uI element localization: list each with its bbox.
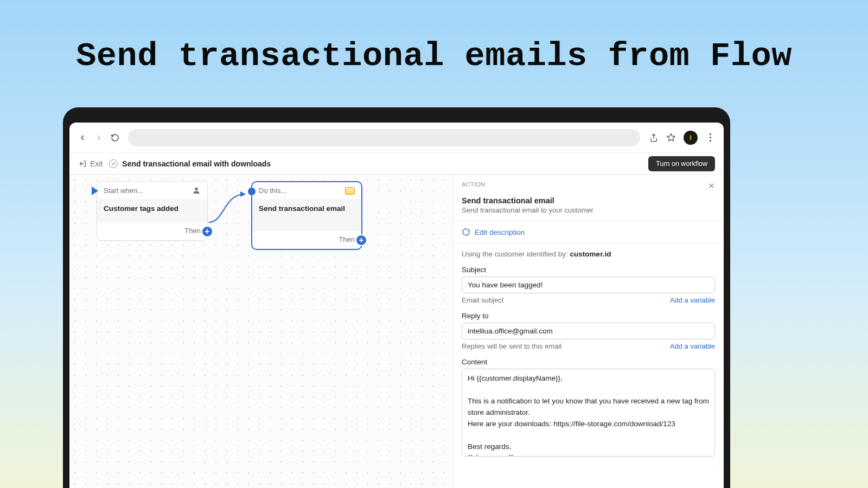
action-header-label: Do this... <box>259 187 286 195</box>
workflow-title: Send transactional email with downloads <box>122 159 271 168</box>
reload-icon[interactable] <box>111 133 119 142</box>
browser-menu-icon[interactable] <box>705 133 715 142</box>
customer-icon <box>192 186 201 195</box>
action-input-anchor-icon <box>248 188 256 195</box>
panel-subtitle: Send transactional email to your custome… <box>462 206 715 214</box>
subject-add-variable-link[interactable]: Add a variable <box>670 296 715 304</box>
subject-label: Subject <box>462 266 715 274</box>
action-card[interactable]: Do this... Send transactional email Then… <box>251 181 362 250</box>
replyto-input[interactable] <box>462 323 715 339</box>
svg-point-0 <box>195 188 197 190</box>
edit-description-button[interactable]: Edit description <box>462 228 715 236</box>
using-customer-line: Using the customer identified by: custom… <box>462 250 715 258</box>
workflow-title-wrap[interactable]: Send transactional email with downloads <box>109 159 271 168</box>
panel-section-label: ACTION <box>462 181 485 188</box>
content-label: Content <box>462 358 715 366</box>
screen: i Exit Send transactional email with dow… <box>69 123 724 488</box>
trigger-title: Customer tags added <box>97 199 207 222</box>
subject-input[interactable] <box>462 277 715 293</box>
content-textarea[interactable] <box>462 369 715 457</box>
close-panel-icon[interactable]: ✕ <box>708 181 715 191</box>
subject-help: Email subject <box>462 296 503 304</box>
exit-label: Exit <box>90 159 103 168</box>
flow-canvas[interactable]: Start when... Customer tags added Then + <box>69 175 452 488</box>
hero-title: Send transactional emails from Flow <box>0 0 868 75</box>
trigger-card[interactable]: Start when... Customer tags added Then + <box>97 181 208 241</box>
replyto-help: Replies will be sent to this email <box>462 342 561 350</box>
back-icon[interactable] <box>78 133 87 142</box>
flow-connector <box>208 190 246 228</box>
share-icon[interactable] <box>649 133 659 143</box>
url-bar[interactable] <box>128 129 640 146</box>
trigger-then-label: Then <box>184 227 201 235</box>
bookmark-star-icon[interactable] <box>666 133 676 143</box>
turn-on-workflow-button[interactable]: Turn on workflow <box>648 156 715 171</box>
app-header: Exit Send transactional email with downl… <box>69 153 724 175</box>
mail-icon <box>345 187 355 195</box>
trigger-header-label: Start when... <box>104 187 143 195</box>
forward-icon[interactable] <box>94 133 103 142</box>
status-check-icon <box>109 159 118 168</box>
panel-title: Send transactional email <box>462 196 715 205</box>
replyto-add-variable-link[interactable]: Add a variable <box>670 342 715 350</box>
action-title: Send transactional email <box>252 199 361 231</box>
browser-toolbar: i <box>69 123 724 153</box>
action-config-panel: ACTION ✕ Send transactional email Send t… <box>452 175 724 488</box>
action-then-label: Then <box>339 235 355 243</box>
replyto-label: Reply to <box>462 312 715 320</box>
edit-description-label: Edit description <box>475 228 525 236</box>
add-step-icon[interactable]: + <box>355 234 367 246</box>
profile-avatar[interactable]: i <box>684 131 698 145</box>
exit-button[interactable]: Exit <box>78 159 103 168</box>
trigger-start-icon <box>92 187 98 195</box>
main-area: Start when... Customer tags added Then + <box>69 175 724 488</box>
device-frame: i Exit Send transactional email with dow… <box>63 107 730 488</box>
